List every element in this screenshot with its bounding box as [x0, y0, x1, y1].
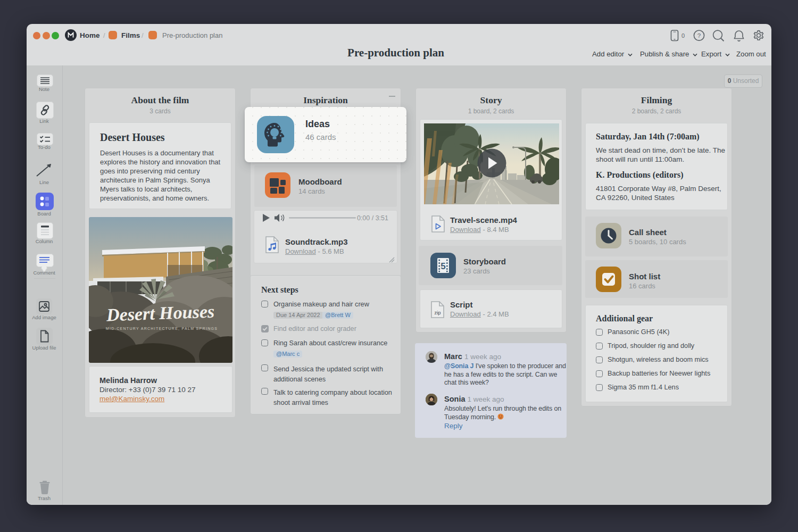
svg-text:zip: zip	[434, 310, 440, 315]
svg-text:?: ?	[697, 32, 701, 39]
svg-text:0:00 / 3:51: 0:00 / 3:51	[357, 214, 388, 222]
svg-text:5: 5	[440, 261, 445, 271]
svg-text:0: 0	[681, 32, 685, 39]
svg-text:MID-CENTURY ARCHITECTURE, PALM: MID-CENTURY ARCHITECTURE, PALM SPRINGS	[106, 327, 218, 330]
svg-text:Desert Houses: Desert Houses	[105, 301, 214, 325]
